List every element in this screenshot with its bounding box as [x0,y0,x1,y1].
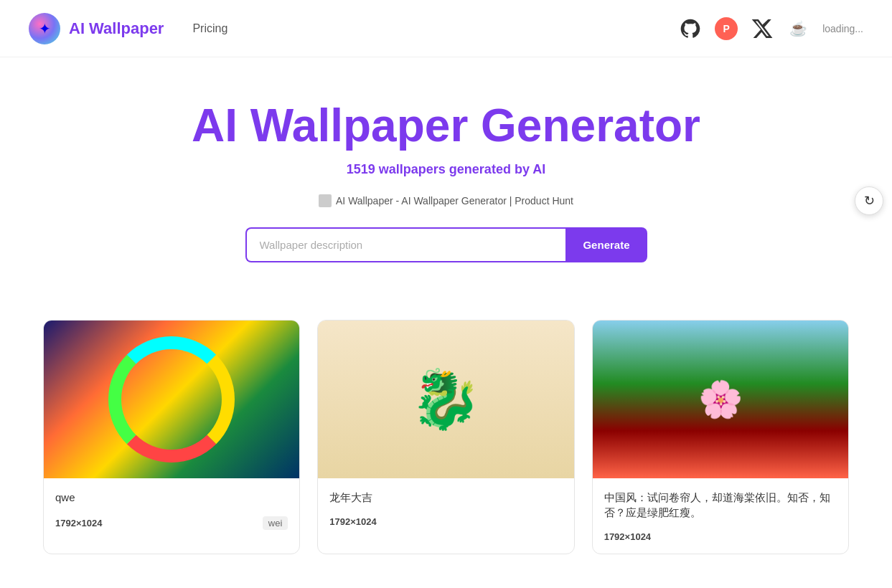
hero-subtitle-text: wallpapers generated by AI [375,162,545,176]
card-body-2: 龙年大吉 1792×1024 [318,478,573,539]
product-hunt-badge: AI Wallpaper - AI Wallpaper Generator | … [319,194,573,207]
search-bar: Generate [245,227,647,262]
producthunt-icon[interactable]: P [715,17,738,40]
card-author-1: wei [263,516,288,530]
card-title-2: 龙年大吉 [329,490,562,505]
wallpaper-image-2: 🐉 [318,321,573,478]
floating-refresh-icon[interactable]: ↻ [855,186,883,215]
hero-section: AI Wallpaper Generator 1519 wallpapers g… [0,57,892,291]
wallpaper-image-1 [44,321,299,478]
wallpaper-card-1[interactable]: qwe 1792×1024 wei [43,320,300,554]
wallpaper-count: 1519 [347,162,375,176]
card-size-2: 1792×1024 [329,516,376,527]
gallery: qwe 1792×1024 wei 🐉 龙年大吉 1792×1024 🌸 中国风… [0,291,892,583]
wallpaper-card-2[interactable]: 🐉 龙年大吉 1792×1024 [317,320,574,554]
logo-text: AI Wallpaper [69,19,164,38]
twitter-icon[interactable] [751,17,774,40]
card-size-3: 1792×1024 [604,531,651,542]
wallpaper-description-input[interactable] [245,227,566,262]
header-right: P ☕ loading... [679,17,863,40]
github-icon[interactable] [679,17,702,40]
coffee-icon[interactable]: ☕ [787,17,809,40]
nav-pricing-link[interactable]: Pricing [192,22,227,35]
logo-icon: ✦ [29,13,60,44]
hero-subtitle: 1519 wallpapers generated by AI [14,162,878,177]
generate-button[interactable]: Generate [565,227,647,262]
logo-link[interactable]: ✦ AI Wallpaper [29,13,164,44]
card-meta-1: 1792×1024 wei [55,516,288,530]
ph-mini-icon [319,194,332,207]
card-meta-3: 1792×1024 [604,531,837,542]
card-body-1: qwe 1792×1024 wei [44,478,299,541]
card-body-3: 中国风：试问卷帘人，却道海棠依旧。知否，知否？应是绿肥红瘦。 1792×1024 [593,478,848,554]
product-hunt-label: AI Wallpaper - AI Wallpaper Generator | … [336,195,573,207]
card-title-3: 中国风：试问卷帘人，却道海棠依旧。知否，知否？应是绿肥红瘦。 [604,490,837,520]
wallpaper-card-3[interactable]: 🌸 中国风：试问卷帘人，却道海棠依旧。知否，知否？应是绿肥红瘦。 1792×10… [592,320,849,554]
header-left: ✦ AI Wallpaper Pricing [29,13,227,44]
header: ✦ AI Wallpaper Pricing P ☕ loading... [0,0,892,57]
hero-title: AI Wallpaper Generator [14,100,878,151]
card-title-1: qwe [55,490,288,505]
card-meta-2: 1792×1024 [329,516,562,527]
wallpaper-image-3: 🌸 [593,321,848,478]
card-size-1: 1792×1024 [55,518,102,528]
loading-text: loading... [822,23,863,34]
